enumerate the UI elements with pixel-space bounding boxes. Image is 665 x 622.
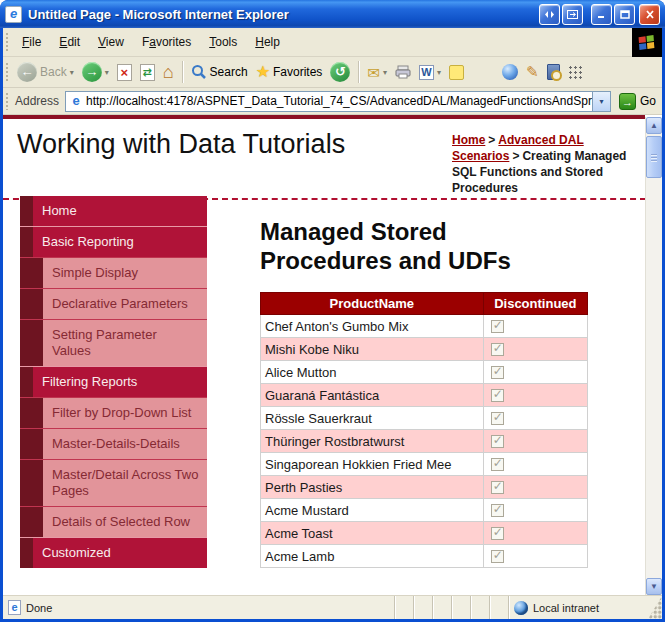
check-icon: ✓	[493, 548, 503, 562]
sidebar-item-setting-parameter-values[interactable]: Setting Parameter Values	[20, 319, 207, 366]
minimize-button[interactable]	[591, 4, 612, 25]
favorites-button[interactable]: ★ Favorites	[252, 62, 327, 82]
scroll-down-button[interactable]: ▼	[646, 578, 662, 595]
discontinued-checkbox[interactable]: ✓	[491, 412, 504, 425]
sidebar-item-declarative-parameters[interactable]: Declarative Parameters	[20, 288, 207, 319]
pan-buttons-icon[interactable]	[539, 4, 560, 25]
menu-item-favorites[interactable]: Favorites	[133, 31, 200, 53]
close-button[interactable]	[639, 4, 660, 25]
messenger-button[interactable]	[498, 62, 522, 82]
forward-button[interactable]: → ▾	[78, 60, 113, 84]
discontinued-checkbox[interactable]: ✓	[491, 389, 504, 402]
sidebar-item-label: Simple Display	[43, 258, 146, 288]
word-icon: W	[419, 65, 434, 80]
check-icon: ✓	[493, 410, 503, 424]
sidebar-item-home[interactable]: Home	[20, 196, 207, 226]
product-name-cell: Perth Pasties	[261, 476, 484, 499]
history-icon: ↺	[330, 62, 350, 82]
vertical-scrollbar[interactable]: ▲ ▼	[645, 117, 662, 595]
back-button[interactable]: ← Back ▾	[13, 60, 78, 84]
mail-button[interactable]: ✉ ▾	[363, 63, 391, 82]
print-button[interactable]	[391, 63, 415, 81]
sidebar-item-details-of-selected-row[interactable]: Details of Selected Row	[20, 506, 207, 537]
menu-item-file[interactable]: File	[13, 31, 50, 53]
refresh-button[interactable]: ⇄	[136, 62, 159, 83]
check-icon: ✓	[493, 456, 503, 470]
search-icon	[191, 64, 207, 80]
toolbar-separator	[358, 61, 359, 83]
toolbar-grip[interactable]	[5, 32, 10, 52]
grid-dots-icon	[568, 65, 583, 80]
table-row: Chef Anton's Gumbo Mix✓	[261, 315, 588, 338]
check-icon: ✓	[493, 364, 503, 378]
sidebar-item-simple-display[interactable]: Simple Display	[20, 257, 207, 288]
go-button[interactable]: → Go	[619, 93, 656, 110]
menu-bar-items: FileEditViewFavoritesToolsHelp	[13, 31, 289, 53]
sidebar-indent-block	[20, 538, 33, 568]
product-name-cell: Thüringer Rostbratwurst	[261, 430, 484, 453]
home-button[interactable]: ⌂	[159, 61, 178, 83]
toolbar-grip[interactable]	[5, 92, 10, 110]
address-dropdown-button[interactable]: ▾	[592, 92, 610, 111]
discontinued-checkbox[interactable]: ✓	[491, 527, 504, 540]
sidebar-item-label: Home	[33, 196, 85, 226]
address-input[interactable]	[86, 93, 592, 110]
sidebar-item-filter-by-drop-down-list[interactable]: Filter by Drop-Down List	[20, 397, 207, 428]
sidebar-item-master-detail-across-two-pages[interactable]: Master/Detail Across Two Pages	[20, 459, 207, 506]
stop-button[interactable]: ×	[113, 62, 136, 83]
page-top-rule	[3, 115, 645, 119]
product-name-cell: Mishi Kobe Niku	[261, 338, 484, 361]
sidebar: HomeBasic ReportingSimple DisplayDeclara…	[20, 196, 207, 568]
sidebar-item-basic-reporting[interactable]: Basic Reporting	[20, 226, 207, 257]
address-label: Address	[15, 94, 59, 108]
discontinued-checkbox[interactable]: ✓	[491, 435, 504, 448]
notes-button[interactable]	[445, 63, 468, 82]
discontinued-checkbox[interactable]: ✓	[491, 320, 504, 333]
search-label: Search	[210, 65, 248, 79]
menu-item-help[interactable]: Help	[246, 31, 289, 53]
sidebar-item-label: Filtering Reports	[33, 367, 145, 397]
history-button[interactable]: ↺	[326, 60, 354, 84]
discontinued-checkbox[interactable]: ✓	[491, 366, 504, 379]
sidebar-item-label: Master/Detail Across Two Pages	[43, 460, 207, 506]
discontinued-checkbox[interactable]: ✓	[491, 504, 504, 517]
breadcrumb-home-link[interactable]: Home	[452, 133, 485, 147]
table-row: Acme Lamb✓	[261, 545, 588, 568]
sidebar-indent-block	[20, 289, 43, 319]
go-label: Go	[640, 94, 656, 108]
minimize-icon	[597, 10, 607, 19]
sidebar-item-customized[interactable]: Customized	[20, 537, 207, 568]
scroll-up-button[interactable]: ▲	[646, 117, 662, 134]
detach-window-button[interactable]	[562, 4, 583, 25]
discontinued-checkbox[interactable]: ✓	[491, 481, 504, 494]
research-book-icon	[547, 64, 560, 80]
table-row: Acme Mustard✓	[261, 499, 588, 522]
edit-with-word-button[interactable]: W ▾	[415, 63, 445, 82]
status-mini-pane	[413, 596, 432, 619]
close-icon	[645, 10, 655, 19]
table-row: Guaraná Fantástica✓	[261, 384, 588, 407]
scrollbar-thumb[interactable]	[646, 136, 662, 178]
chevron-down-icon: ▾	[70, 68, 74, 77]
research-button[interactable]	[543, 62, 564, 82]
page-title: Managed Stored Procedures and UDFs	[260, 217, 565, 275]
search-button[interactable]: Search	[187, 62, 252, 82]
sidebar-item-master-details-details[interactable]: Master-Details-Details	[20, 428, 207, 459]
menu-item-view[interactable]: View	[89, 31, 133, 53]
table-row: Thüringer Rostbratwurst✓	[261, 430, 588, 453]
menu-item-tools[interactable]: Tools	[200, 31, 246, 53]
address-bar: Address e ▾ → Go	[3, 88, 662, 115]
maximize-button[interactable]	[614, 4, 635, 25]
menu-item-edit[interactable]: Edit	[50, 31, 89, 53]
sidebar-indent-block	[20, 398, 43, 428]
toolbar-grip[interactable]	[5, 62, 10, 83]
discontinued-checkbox[interactable]: ✓	[491, 458, 504, 471]
edit-page-button[interactable]: ✎	[522, 61, 543, 83]
discontinued-checkbox[interactable]: ✓	[491, 343, 504, 356]
addon-grid-button[interactable]	[564, 63, 587, 82]
sidebar-item-filtering-reports[interactable]: Filtering Reports	[20, 366, 207, 397]
check-icon: ✓	[493, 525, 503, 539]
discontinued-checkbox[interactable]: ✓	[491, 550, 504, 563]
product-name-cell: Singaporean Hokkien Fried Mee	[261, 453, 484, 476]
resize-grip[interactable]	[648, 596, 662, 619]
